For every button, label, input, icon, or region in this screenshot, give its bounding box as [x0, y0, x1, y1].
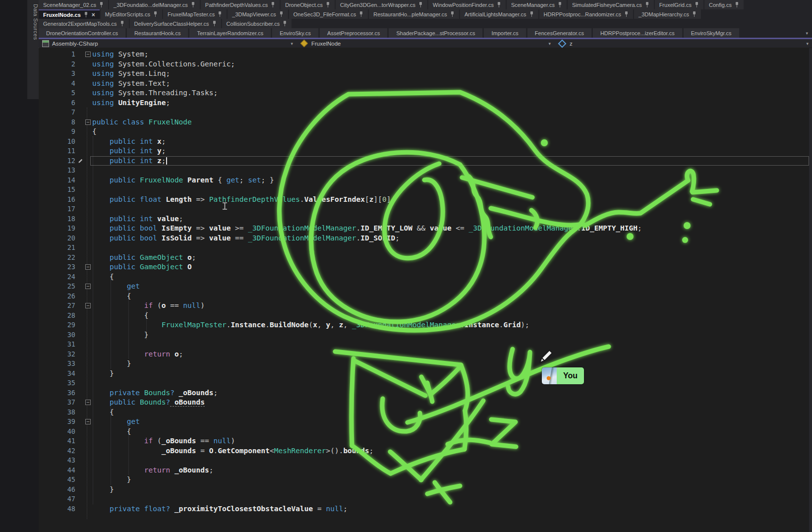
code-line-31[interactable]: 31 [39, 340, 812, 350]
pin-icon[interactable] [326, 2, 330, 7]
code-line-20[interactable]: 20 public bool IsSolid => value == _3DFo… [39, 234, 812, 243]
tab-collisionsubscriber-cs[interactable]: CollisionSubscriber.cs [222, 19, 292, 28]
tab-fruxelmaptester-cs[interactable]: FruxelMapTester.cs [163, 9, 227, 19]
fold-collapse-icon[interactable] [84, 262, 92, 272]
pin-icon[interactable] [418, 2, 423, 7]
tab-hdrppostproc-randomizer-cs[interactable]: HDRPPostproc...Randomizer.cs [539, 9, 634, 19]
chevron-down-icon[interactable]: ▾ [548, 41, 551, 46]
pin-icon[interactable] [695, 2, 699, 7]
breadcrumb-type[interactable]: FruxelNode ▾ [296, 41, 554, 47]
code-line-10[interactable]: 10 public int x; [39, 137, 812, 147]
tab-envirosky-cs[interactable]: EnviroSky.cs [272, 28, 319, 38]
pin-icon[interactable] [735, 2, 739, 7]
code-line-16[interactable]: 16 public float Length => PathfinderDept… [39, 195, 812, 205]
breadcrumb-member[interactable]: z ▾ [554, 41, 812, 47]
pin-icon[interactable] [283, 21, 287, 26]
tab-restaurantho-plemanager-cs[interactable]: RestaurantHo...pleManager.cs [369, 9, 459, 19]
pin-icon[interactable] [497, 2, 501, 7]
code-line-48[interactable]: 48 private float? _proximityToClosestObs… [39, 504, 812, 514]
tab-fencesgenerator-cs[interactable]: FencesGenerator.cs [527, 28, 592, 38]
tab-fruxelgrid-cs[interactable]: FruxelGrid.cs [655, 0, 703, 9]
code-line-45[interactable]: 45 } [39, 475, 812, 485]
tab-droneorientationcontroller-cs[interactable]: DroneOrientationController.cs [39, 28, 126, 38]
pin-icon[interactable] [450, 11, 455, 17]
data-sources-vertical-tab[interactable]: Data Sources [27, 0, 39, 99]
fold-collapse-icon[interactable] [84, 50, 92, 59]
code-line-38[interactable]: 38 { [39, 408, 812, 417]
tab-droneobject-cs[interactable]: DroneObject.cs [281, 0, 335, 9]
fold-collapse-icon[interactable] [84, 118, 92, 127]
pin-icon[interactable] [359, 11, 363, 17]
pin-icon[interactable] [624, 11, 629, 17]
code-line-46[interactable]: 46 } [39, 485, 812, 495]
code-line-4[interactable]: 4using System.Text; [39, 79, 812, 89]
tab-artificiallightsmanager-cs[interactable]: ArtificialLightsManager.cs [460, 9, 538, 19]
code-line-22[interactable]: 22 public GameObject o; [39, 253, 812, 263]
breadcrumb-project[interactable]: Assembly-CSharp ▾ [39, 40, 296, 47]
code-line-33[interactable]: 33 } [39, 359, 812, 369]
tab-scenemanager-cs[interactable]: SceneManager.cs [507, 0, 567, 9]
pin-icon[interactable] [84, 12, 88, 17]
code-line-21[interactable]: 21 [39, 243, 812, 253]
pin-icon[interactable] [279, 11, 284, 17]
code-line-23[interactable]: 23 public GameObject O [39, 262, 812, 272]
tab--3dmapviewer-cs[interactable]: _3DMapViewer.cs [228, 9, 288, 19]
code-line-11[interactable]: 11 public int y; [39, 146, 812, 156]
pin-icon[interactable] [645, 2, 649, 7]
vertical-scrollbar[interactable] [809, 48, 812, 532]
close-icon[interactable]: × [92, 11, 95, 18]
code-line-40[interactable]: 40 { [39, 427, 812, 437]
code-line-43[interactable]: 43 [39, 456, 812, 466]
tab-enviroskymgr-cs[interactable]: EnviroSkyMgr.cs [684, 28, 740, 38]
tab-pathfinderdepthvalues-cs[interactable]: PathfinderDepthValues.cs [201, 0, 280, 9]
code-line-36[interactable]: 36 private Bounds? _oBounds; [39, 388, 812, 398]
code-line-24[interactable]: 24 { [39, 272, 812, 282]
pin-icon[interactable] [153, 11, 158, 17]
tab-citygen3dgen-torwrapper-cs[interactable]: CityGen3DGen...torWrapper.cs [336, 0, 427, 9]
code-line-12[interactable]: 12 public int z; [39, 156, 812, 166]
code-line-44[interactable]: 44 return _oBounds; [39, 466, 812, 475]
pin-icon[interactable] [558, 2, 562, 7]
pin-icon[interactable] [191, 2, 195, 7]
code-line-15[interactable]: 15 [39, 185, 812, 195]
pin-icon[interactable] [120, 21, 124, 26]
tab-scenemanager-02-cs[interactable]: SceneManager_02.cs [39, 0, 108, 9]
pin-icon[interactable] [99, 2, 104, 7]
code-line-30[interactable]: 30 } [39, 330, 812, 340]
tab-windowpositionfinder-cs[interactable]: WindowPositionFinder.cs [428, 0, 506, 9]
code-line-32[interactable]: 32 return o; [39, 350, 812, 359]
code-line-41[interactable]: 41 if (_oBounds == null) [39, 436, 812, 446]
code-line-14[interactable]: 14 public FruxelNode Parent { get; set; … [39, 176, 812, 185]
tab-terrainlayerrandomizer-cs[interactable]: TerrainLayerRandomizer.cs [189, 28, 271, 38]
code-line-47[interactable]: 47 [39, 494, 812, 504]
chevron-down-icon[interactable]: ▾ [290, 41, 293, 46]
code-line-18[interactable]: 18 public int value; [39, 214, 812, 224]
pin-icon[interactable] [529, 11, 534, 17]
code-line-34[interactable]: 34 } [39, 369, 812, 379]
fold-collapse-icon[interactable] [84, 417, 92, 427]
pin-icon[interactable] [212, 21, 217, 26]
tab-assetpreprocessor-cs[interactable]: AssetPreprocessor.cs [320, 28, 388, 38]
tab-simulatedfisheyecamera-cs[interactable]: SimulatedFisheyeCamera.cs [568, 0, 654, 9]
code-line-2[interactable]: 2using System.Collections.Generic; [39, 59, 812, 69]
code-line-8[interactable]: 8public class FruxelNode [39, 118, 812, 127]
code-line-19[interactable]: 19 public bool IsEmpty => value >= _3DFo… [39, 224, 812, 234]
code-line-35[interactable]: 35 [39, 378, 812, 388]
pin-icon[interactable] [218, 11, 222, 17]
code-line-1[interactable]: 1using System; [39, 50, 812, 59]
code-line-28[interactable]: 28 { [39, 311, 812, 321]
code-line-3[interactable]: 3using System.Linq; [39, 69, 812, 79]
tab-fruxelnode-cs[interactable]: FruxelNode.cs× [39, 9, 100, 19]
code-line-13[interactable]: 13 [39, 166, 812, 176]
tab-config-cs[interactable]: Config.cs [704, 0, 744, 9]
code-line-37[interactable]: 37 public Bounds? oBounds [39, 398, 812, 408]
pin-icon[interactable] [271, 2, 275, 7]
tab-onesec3d-fileformat-cs[interactable]: OneSec3D_FileFormat.cs [289, 9, 368, 19]
code-line-9[interactable]: 9{ [39, 127, 812, 137]
fold-collapse-icon[interactable] [84, 282, 92, 292]
tab-generator2exportmaptools-cs[interactable]: Generator2ExportMapTools.cs [39, 19, 129, 28]
fold-collapse-icon[interactable] [84, 301, 92, 311]
code-line-25[interactable]: 25 get [39, 282, 812, 292]
code-line-29[interactable]: 29 FruxelMapTester.Instance.BuildNode(x,… [39, 320, 812, 330]
tab--3dmaphierarchy-cs[interactable]: _3DMapHierarchy.cs [634, 9, 701, 19]
